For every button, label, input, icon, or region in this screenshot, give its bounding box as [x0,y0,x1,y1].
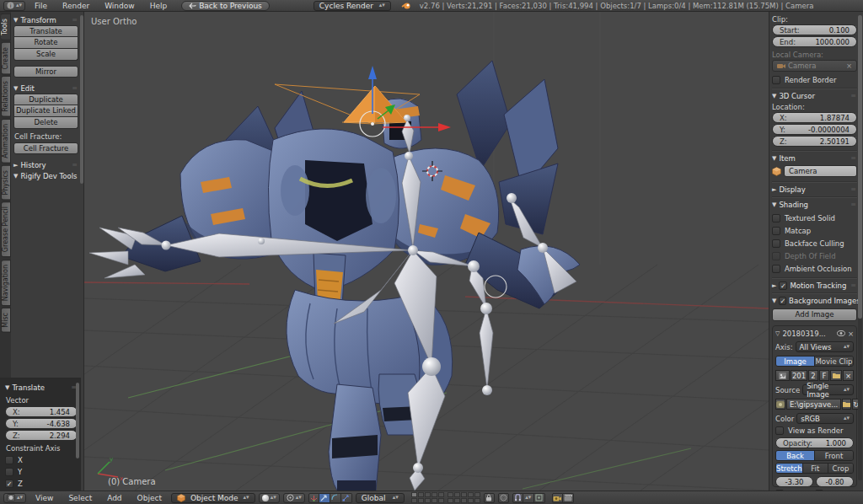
back-to-previous-button[interactable]: Back to Previous [181,1,270,11]
bg-image-entry-header[interactable]: ▽ 20180319... × [775,328,854,339]
local-camera-field[interactable]: Camera × [772,60,857,72]
vector-z-field[interactable]: Z:2.294 [5,430,78,441]
clip-end-field[interactable]: End:1000.000 [772,36,857,47]
panel-header-motion-tracking[interactable]: ► ✓ Motion Tracking ≡ [772,280,857,291]
image-users-button[interactable]: 2 [808,370,818,381]
render-animation-icon[interactable] [563,493,574,503]
checkbox-checked-icon[interactable]: ✓ [779,297,786,305]
tab-tools[interactable]: Tools [1,13,11,40]
panel-header-3d-cursor[interactable]: ▼ 3D Cursor ≡ [772,90,857,101]
ambient-occlusion-checkbox[interactable]: Ambient Occlusion [772,263,857,275]
stretch-toggle[interactable]: Stretch [776,464,802,473]
panel-header-background-images[interactable]: ▼ ✓ Background Images [772,295,857,306]
constraint-x-checkbox[interactable]: X [5,454,78,466]
render-still-icon[interactable] [552,493,563,503]
manipulator-scale-icon[interactable] [341,493,352,503]
fake-user-button[interactable]: F [819,370,829,381]
menu-view[interactable]: View [29,494,59,502]
image-browse-dropdown[interactable] [775,370,790,381]
panel-header-rigify[interactable]: ▼ Rigify Dev Tools ≡ [13,170,78,181]
render-engine-dropdown[interactable]: Cycles Render ▴▾ [314,1,391,11]
snap-target-icon[interactable] [534,493,545,503]
tool-shelf-scrollbar[interactable] [80,15,83,184]
movie-clip-toggle[interactable]: Movie Clip [814,357,853,366]
render-border-checkbox[interactable]: Render Border [772,74,857,86]
front-toggle[interactable]: Front [814,451,853,460]
menu-add[interactable]: Add [101,494,127,502]
item-name-field[interactable]: Camera [784,165,857,177]
stretch-fit-crop-toggle[interactable]: Stretch Fit Crop [775,463,854,474]
panel-header-shading[interactable]: ▼ Shading ≡ [772,199,857,210]
matcap-checkbox[interactable]: Matcap [772,225,857,237]
crop-toggle[interactable]: Crop [828,464,853,473]
tab-navigation[interactable]: Navigation [1,260,11,306]
offset-y-field[interactable]: -0.80 [816,476,854,487]
offset-x-field[interactable]: -3.30 [775,476,813,487]
tab-physics[interactable]: Physics [1,165,11,201]
clear-icon[interactable]: × [846,62,852,70]
image-path-field[interactable]: E:\gipsyave... [786,399,841,410]
manipulator-translate-icon[interactable] [319,493,330,503]
image-name-field[interactable]: 201 [791,370,807,381]
cursor-z-field[interactable]: Z:2.50191 [772,136,857,147]
tab-relations[interactable]: Relations [1,76,11,117]
panel-header-item[interactable]: ▼ Item ≡ [772,153,857,164]
vector-y-field[interactable]: Y:-4.638 [5,418,78,429]
menu-file[interactable]: File [29,2,53,10]
transform-orientation-dropdown[interactable]: Global ▴▾ [356,493,405,503]
menu-window[interactable]: Window [99,2,141,10]
axis-dropdown[interactable]: All Views ▴▾ [796,341,855,352]
translate-button[interactable]: Translate [13,25,78,37]
menu-object[interactable]: Object [131,494,168,502]
layers-widget[interactable] [411,492,480,503]
tab-create[interactable]: Create [1,42,11,75]
depth-of-field-checkbox[interactable]: Depth Of Field [772,250,857,262]
delete-entry-icon[interactable]: × [848,330,854,338]
mode-dropdown[interactable]: Object Mode ▴▾ [171,493,255,503]
rotate-button[interactable]: Rotate [13,37,78,49]
proportional-edit-icon[interactable] [498,493,509,503]
tab-animation[interactable]: Animation [1,119,11,164]
vector-x-field[interactable]: X:1.454 [5,406,78,417]
back-toggle[interactable]: Back [776,451,814,460]
manipulator-axes-icon[interactable] [308,493,319,503]
cursor-y-field[interactable]: Y:-0.0000004 [772,124,857,135]
operator-panel-scrollbar[interactable] [76,383,79,458]
eye-icon[interactable] [837,330,845,336]
textured-solid-checkbox[interactable]: Textured Solid [772,212,857,224]
backface-culling-checkbox[interactable]: Backface Culling [772,238,857,249]
image-toggle[interactable]: Image [776,357,814,366]
view-as-render-checkbox[interactable]: View as Render [775,425,854,436]
image-movieclip-toggle[interactable]: Image Movie Clip [775,356,854,367]
snap-element-dropdown[interactable]: ▴▾ [523,493,534,503]
panel-header-display[interactable]: ► Display ≡ [772,184,857,195]
cursor-x-field[interactable]: X:1.87874 [772,112,857,123]
back-front-toggle[interactable]: Back Front [775,450,854,461]
viewport-shading-dropdown[interactable]: ▴▾ [259,493,280,503]
open-image-button[interactable] [830,370,842,381]
delete-button[interactable]: Delete [13,117,78,129]
3d-viewport[interactable]: x y [84,12,769,491]
snap-magnet-icon[interactable] [512,493,523,503]
unlink-image-button[interactable]: × [843,370,854,381]
editor-type-dropdown[interactable]: ▴▾ [3,493,26,503]
duplicate-linked-button[interactable]: Duplicate Linked [13,105,78,117]
menu-render[interactable]: Render [56,2,95,10]
source-dropdown[interactable]: Single Image ▴▾ [802,384,854,395]
menu-select[interactable]: Select [62,494,98,502]
panel-header-edit[interactable]: ▼ Edit ≡ [13,83,78,94]
editor-type-dropdown[interactable]: i ▴▾ [3,1,25,11]
cell-fracture-button[interactable]: Cell Fracture [13,142,78,154]
browse-path-button[interactable] [842,399,851,410]
add-image-button[interactable]: Add Image [772,308,857,321]
clip-start-field[interactable]: Start:0.100 [772,24,857,35]
checkbox-checked-icon[interactable]: ✓ [779,281,787,290]
opacity-slider[interactable]: Opacity: 1.000 [775,437,854,448]
color-space-dropdown[interactable]: sRGB ▴▾ [796,413,854,424]
tab-grease-pencil[interactable]: Grease Pencil [1,201,11,257]
pivot-point-dropdown[interactable]: ▴▾ [283,493,305,503]
mirror-button[interactable]: Mirror [13,66,78,78]
operator-panel-header[interactable]: ▼ Translate ≡ [5,382,78,393]
manipulator-rotate-icon[interactable] [330,493,341,503]
properties-scrollbar[interactable] [858,15,862,480]
